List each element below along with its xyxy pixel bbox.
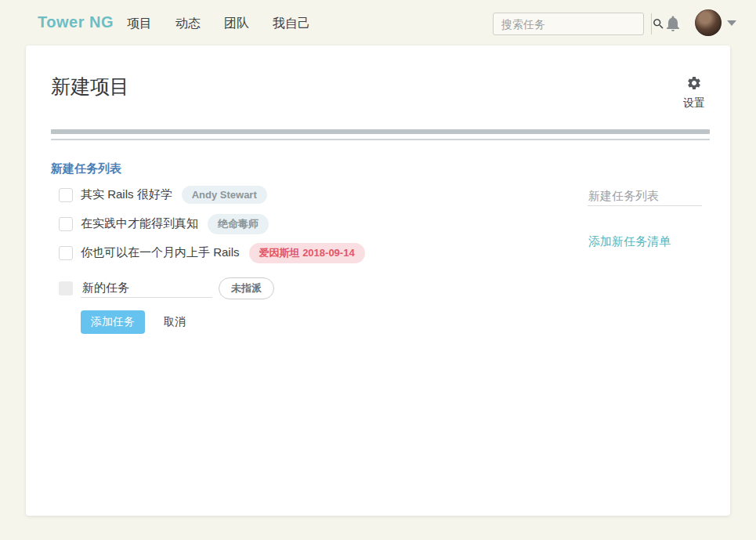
page-title: 新建项目 (51, 74, 129, 100)
assignee-badge[interactable]: 绝命毒师 (208, 214, 269, 234)
assignee-badge[interactable]: Andy Stewart (182, 186, 267, 204)
nav-item-team[interactable]: 团队 (224, 16, 249, 32)
add-task-list-link[interactable]: 添加新任务清单 (588, 234, 671, 249)
user-avatar[interactable] (695, 9, 722, 36)
project-card: 新建项目 设置 新建任务列表 其实 Rails 很好学 Andy Stewart… (26, 45, 730, 516)
due-date-badge[interactable]: 爱因斯坦 2018-09-14 (249, 243, 365, 263)
list-name-input[interactable] (588, 187, 702, 206)
task-row: 其实 Rails 很好学 Andy Stewart (59, 184, 560, 205)
settings-label: 设置 (683, 96, 705, 111)
new-task-input[interactable] (81, 279, 212, 298)
task-list-title[interactable]: 新建任务列表 (51, 161, 121, 176)
caret-down-icon[interactable] (727, 20, 736, 26)
nav-item-myself[interactable]: 我自己 (273, 16, 310, 32)
cancel-button[interactable]: 取消 (164, 315, 186, 329)
task-row: 你也可以在一个月内上手 Rails 爱因斯坦 2018-09-14 (59, 242, 560, 263)
gear-icon (686, 75, 702, 91)
app-logo[interactable]: Tower NG (38, 13, 114, 31)
settings-button[interactable]: 设置 (677, 75, 711, 111)
main-nav: 项目 动态 团队 我自己 (127, 16, 310, 32)
progress-track (51, 139, 710, 140)
new-task-checkbox-disabled (59, 281, 73, 295)
nav-item-projects[interactable]: 项目 (127, 16, 152, 32)
new-task-row: 未指派 (59, 277, 560, 299)
task-checkbox[interactable] (59, 217, 73, 231)
task-row: 在实践中才能得到真知 绝命毒师 (59, 213, 560, 234)
progress-bar (51, 129, 710, 134)
task-checkbox[interactable] (59, 188, 73, 202)
task-title[interactable]: 其实 Rails 很好学 (81, 187, 172, 202)
task-title[interactable]: 在实践中才能得到真知 (81, 216, 198, 231)
bell-icon[interactable] (664, 14, 682, 33)
top-navbar: Tower NG 项目 动态 团队 我自己 (0, 0, 756, 45)
task-title[interactable]: 你也可以在一个月内上手 Rails (81, 245, 240, 260)
search-bar (493, 13, 644, 35)
new-task-actions: 添加任务 取消 (81, 310, 560, 334)
search-input[interactable] (494, 13, 651, 34)
nav-item-activity[interactable]: 动态 (175, 16, 201, 32)
add-task-button[interactable]: 添加任务 (81, 310, 145, 334)
task-list: 其实 Rails 很好学 Andy Stewart 在实践中才能得到真知 绝命毒… (59, 184, 560, 334)
task-checkbox[interactable] (59, 246, 73, 260)
assignee-picker-button[interactable]: 未指派 (219, 277, 274, 299)
